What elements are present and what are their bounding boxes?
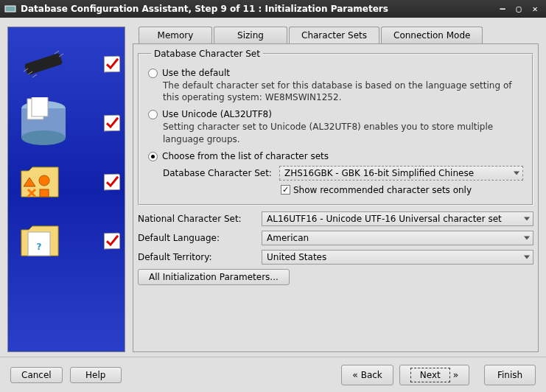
database-character-set-group: Database Character Set Use the default T… <box>138 49 533 206</box>
main-panel: Memory Sizing Character Sets Connection … <box>133 27 539 352</box>
database-icon <box>13 99 74 147</box>
select-value: United States <box>267 252 326 262</box>
svg-text:?: ? <box>37 242 42 252</box>
tab-bar: Memory Sizing Character Sets Connection … <box>133 27 539 43</box>
use-default-description: The default character set for this datab… <box>163 80 523 103</box>
help-button[interactable]: Help <box>70 367 122 383</box>
default-territory-select[interactable]: United States <box>262 250 533 265</box>
content: ? Memory Sizing Character Sets Connectio… <box>0 18 546 357</box>
tab-memory[interactable]: Memory <box>139 27 212 43</box>
tab-sizing[interactable]: Sizing <box>214 27 287 43</box>
checkbox-icon <box>281 185 290 195</box>
maximize-button[interactable]: ▢ <box>512 3 525 15</box>
button-label: Cancel <box>21 370 52 380</box>
sidebar-step-1 <box>13 35 120 94</box>
svg-rect-0 <box>5 6 15 12</box>
cancel-button[interactable]: Cancel <box>10 367 63 383</box>
svg-rect-11 <box>32 97 48 116</box>
default-language-select[interactable]: American <box>262 231 533 245</box>
tab-connection-mode[interactable]: Connection Mode <box>381 27 483 43</box>
radio-icon <box>148 69 158 78</box>
wizard-sidebar: ? <box>7 27 125 352</box>
svg-line-5 <box>55 51 59 54</box>
radio-label: Use the default <box>162 68 230 78</box>
radio-use-default[interactable]: Use the default <box>148 68 523 78</box>
folder-shapes-icon <box>13 158 74 206</box>
checkmark-icon <box>104 233 120 250</box>
chevron-right-icon: » <box>453 370 458 380</box>
radio-icon <box>148 110 158 119</box>
radio-label: Use Unicode (AL32UTF8) <box>162 109 272 119</box>
use-unicode-description: Setting character set to Unicode (AL32UT… <box>163 121 523 144</box>
sidebar-step-3 <box>13 153 120 211</box>
national-charset-select[interactable]: AL16UTF16 - Unicode UTF-16 Universal cha… <box>262 211 533 226</box>
radio-choose-list[interactable]: Choose from the list of character sets <box>148 151 523 161</box>
db-charset-row: Database Character Set: ZHS16GBK - GBK 1… <box>163 166 523 181</box>
button-label: Next <box>420 370 441 380</box>
chevron-left-icon: « <box>352 370 357 380</box>
default-territory-label: Default Territory: <box>138 252 256 262</box>
tab-label: Sizing <box>237 30 264 41</box>
tab-character-sets[interactable]: Character Sets <box>289 27 379 44</box>
radio-label: Choose from the list of character sets <box>162 151 329 161</box>
wizard-footer: Cancel Help «Back Next» Finish <box>0 357 546 392</box>
tab-label: Character Sets <box>301 30 367 41</box>
next-button[interactable]: Next» <box>399 365 469 385</box>
tab-label: Memory <box>158 30 194 41</box>
svg-rect-16 <box>40 189 49 197</box>
radio-icon <box>148 152 158 161</box>
national-charset-label: National Character Set: <box>138 214 256 224</box>
sidebar-step-2 <box>13 94 120 153</box>
app-icon <box>4 3 16 15</box>
svg-point-13 <box>39 175 49 186</box>
svg-point-9 <box>21 130 66 145</box>
db-charset-label: Database Character Set: <box>163 168 273 178</box>
button-label: Finish <box>497 370 522 380</box>
checkmark-icon <box>104 174 120 191</box>
svg-line-4 <box>32 74 37 77</box>
back-button[interactable]: «Back <box>341 365 393 385</box>
button-label: Help <box>85 370 105 380</box>
button-label: All Initialization Parameters... <box>149 272 279 282</box>
tab-label: Connection Mode <box>393 30 470 41</box>
show-recommended-row[interactable]: Show recommended character sets only <box>281 185 523 195</box>
svg-rect-1 <box>24 53 63 76</box>
national-charset-row: National Character Set: AL16UTF16 - Unic… <box>138 211 533 226</box>
checkbox-label: Show recommended character sets only <box>293 185 472 195</box>
default-territory-row: Default Territory: United States <box>138 250 533 265</box>
folder-question-icon: ? <box>13 217 74 265</box>
sidebar-step-4: ? <box>13 211 120 270</box>
window-title: Database Configuration Assistant, Step 9… <box>21 4 388 14</box>
db-charset-select[interactable]: ZHS16GBK - GBK 16-bit Simplified Chinese <box>279 166 523 181</box>
default-language-row: Default Language: American <box>138 231 533 245</box>
close-button[interactable]: ✕ <box>528 3 542 15</box>
default-language-label: Default Language: <box>138 233 256 243</box>
group-legend: Database Character Set <box>151 49 263 59</box>
finish-button[interactable]: Finish <box>484 365 536 385</box>
select-value: American <box>267 233 309 243</box>
button-label: Back <box>361 370 382 380</box>
tab-panel: Database Character Set Use the default T… <box>133 43 539 352</box>
all-init-params-button[interactable]: All Initialization Parameters... <box>138 269 290 285</box>
radio-use-unicode[interactable]: Use Unicode (AL32UTF8) <box>148 109 523 119</box>
chip-icon <box>13 41 74 88</box>
minimize-button[interactable]: — <box>496 3 509 15</box>
checkmark-icon <box>104 115 120 132</box>
titlebar: Database Configuration Assistant, Step 9… <box>0 0 546 18</box>
select-value: AL16UTF16 - Unicode UTF-16 Universal cha… <box>267 214 502 224</box>
select-value: ZHS16GBK - GBK 16-bit Simplified Chinese <box>284 168 474 178</box>
checkmark-icon <box>104 56 120 73</box>
